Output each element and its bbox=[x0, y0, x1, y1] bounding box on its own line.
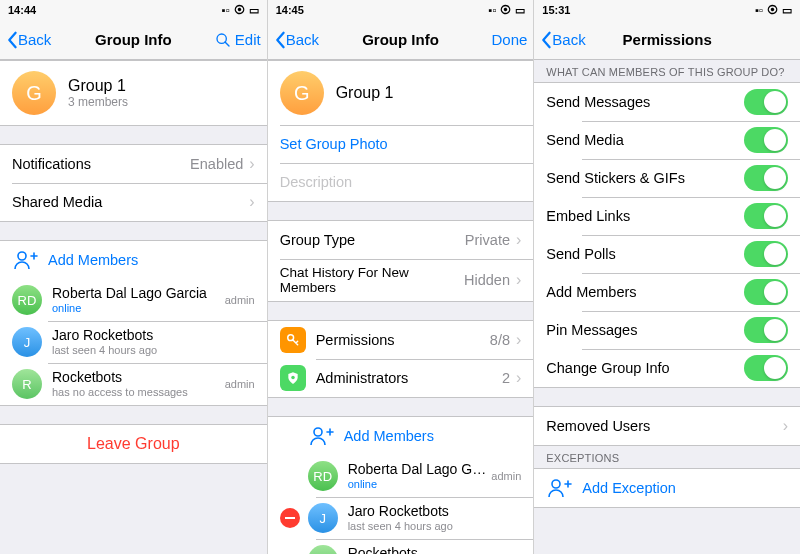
permission-row: Send Messages bbox=[534, 83, 800, 121]
permission-toggle[interactable] bbox=[744, 241, 788, 267]
status-bar: 14:45 ▪▫ ⦿ ▭ bbox=[268, 0, 534, 20]
permission-row: Send Media bbox=[534, 121, 800, 159]
add-members-row[interactable]: Add Members bbox=[0, 241, 267, 279]
back-label: Back bbox=[18, 31, 51, 48]
member-avatar: R bbox=[308, 545, 338, 554]
nav-bar: Back Permissions bbox=[534, 20, 800, 60]
permission-toggle[interactable] bbox=[744, 317, 788, 343]
member-name: Rocketbots bbox=[52, 369, 221, 386]
member-main: Roberta Dal Lago Garciaonline bbox=[52, 285, 221, 315]
status-time: 14:45 bbox=[276, 4, 401, 16]
add-exception-label: Add Exception bbox=[582, 480, 788, 496]
row-label: Group Type bbox=[280, 232, 465, 248]
permission-toggle[interactable] bbox=[744, 279, 788, 305]
permission-label: Pin Messages bbox=[546, 322, 744, 338]
screen-group-info-edit: 14:45 ▪▫ ⦿ ▭ Back Group Info Done G Grou… bbox=[267, 0, 534, 554]
member-main: Roberta Dal Lago Garciaonline bbox=[348, 461, 488, 491]
edit-button[interactable]: Edit bbox=[215, 31, 261, 48]
permission-row: Embed Links bbox=[534, 197, 800, 235]
description-row[interactable]: Description bbox=[268, 163, 534, 201]
group-avatar: G bbox=[280, 71, 324, 115]
member-avatar: RD bbox=[12, 285, 42, 315]
scroll-area[interactable]: G Group 1 3 members Notifications Enable… bbox=[0, 60, 267, 554]
permission-toggle[interactable] bbox=[744, 355, 788, 381]
member-avatar: R bbox=[12, 369, 42, 399]
member-name: Jaro Rocketbots bbox=[348, 503, 522, 520]
member-status: last seen 4 hours ago bbox=[52, 344, 255, 357]
add-members-row[interactable]: Add Members bbox=[268, 417, 534, 455]
row-value: 8/8 bbox=[490, 332, 510, 348]
permission-toggle[interactable] bbox=[744, 165, 788, 191]
nav-bar: Back Group Info Edit bbox=[0, 20, 267, 60]
group-name-input[interactable]: Group 1 bbox=[336, 84, 394, 102]
permission-row: Send Stickers & GIFs bbox=[534, 159, 800, 197]
row-label: Notifications bbox=[12, 156, 190, 172]
add-member-icon bbox=[308, 423, 334, 449]
scroll-area[interactable]: G Group 1 Set Group Photo Description Gr… bbox=[268, 60, 534, 554]
screen-group-info-view: 14:44 ▪▫ ⦿ ▭ Back Group Info Edit G Grou… bbox=[0, 0, 267, 554]
member-avatar: RD bbox=[308, 461, 338, 491]
row-label: Chat History For New Members bbox=[280, 265, 464, 295]
removed-users-row[interactable]: Removed Users › bbox=[534, 407, 800, 445]
member-row[interactable]: RRocketbotshas no access to messagesadmi… bbox=[0, 363, 267, 405]
svg-point-4 bbox=[314, 428, 322, 436]
chevron-left-icon bbox=[540, 31, 552, 49]
member-row[interactable]: RDRoberta Dal Lago Garciaonlineadmin bbox=[0, 279, 267, 321]
row-label: Administrators bbox=[316, 370, 502, 386]
member-role: admin bbox=[225, 378, 255, 390]
member-status: has no access to messages bbox=[52, 386, 221, 399]
signal-icon: ▪▫ bbox=[222, 4, 230, 16]
svg-point-5 bbox=[552, 480, 560, 488]
chat-history-row[interactable]: Chat History For New Members Hidden › bbox=[268, 259, 534, 301]
member-row[interactable]: RDRoberta Dal Lago Garciaonlineadmin bbox=[268, 455, 534, 497]
permission-label: Send Stickers & GIFs bbox=[546, 170, 744, 186]
shared-media-row[interactable]: Shared Media › bbox=[0, 183, 267, 221]
chevron-right-icon: › bbox=[516, 272, 521, 288]
chevron-right-icon: › bbox=[249, 156, 254, 172]
back-button[interactable]: Back bbox=[540, 31, 585, 49]
edit-label: Edit bbox=[235, 31, 261, 48]
chevron-right-icon: › bbox=[249, 194, 254, 210]
scroll-area[interactable]: What can members of this group do? Send … bbox=[534, 60, 800, 554]
set-group-photo-row[interactable]: Set Group Photo bbox=[268, 125, 534, 163]
permission-toggle[interactable] bbox=[744, 203, 788, 229]
permissions-row[interactable]: Permissions 8/8 › bbox=[268, 321, 534, 359]
permission-label: Add Members bbox=[546, 284, 744, 300]
notifications-row[interactable]: Notifications Enabled › bbox=[0, 145, 267, 183]
member-avatar: J bbox=[12, 327, 42, 357]
administrators-row[interactable]: Administrators 2 › bbox=[268, 359, 534, 397]
permission-toggle[interactable] bbox=[744, 127, 788, 153]
permission-label: Change Group Info bbox=[546, 360, 744, 376]
done-button[interactable]: Done bbox=[491, 31, 527, 48]
status-time: 14:44 bbox=[8, 4, 133, 16]
member-row[interactable]: JJaro Rocketbotslast seen 4 hours ago bbox=[0, 321, 267, 363]
member-row[interactable]: RRocketbotshas no access to messagesadmi… bbox=[268, 539, 534, 554]
back-button[interactable]: Back bbox=[6, 31, 51, 49]
battery-icon: ▭ bbox=[249, 4, 259, 17]
chevron-right-icon: › bbox=[783, 418, 788, 434]
remove-icon[interactable] bbox=[280, 508, 300, 528]
member-row[interactable]: JJaro Rocketbotslast seen 4 hours ago bbox=[268, 497, 534, 539]
member-main: Jaro Rocketbotslast seen 4 hours ago bbox=[348, 503, 522, 533]
section-header: What can members of this group do? bbox=[534, 60, 800, 82]
permission-row: Change Group Info bbox=[534, 349, 800, 387]
row-label: Permissions bbox=[316, 332, 490, 348]
row-value: Enabled bbox=[190, 156, 243, 172]
section-header: Exceptions bbox=[534, 446, 800, 468]
chevron-right-icon: › bbox=[516, 332, 521, 348]
add-exception-row[interactable]: Add Exception bbox=[534, 469, 800, 507]
group-type-row[interactable]: Group Type Private › bbox=[268, 221, 534, 259]
member-status: last seen 4 hours ago bbox=[348, 520, 522, 533]
add-member-icon bbox=[12, 247, 38, 273]
add-member-icon bbox=[546, 475, 572, 501]
status-bar: 14:44 ▪▫ ⦿ ▭ bbox=[0, 0, 267, 20]
leave-group-button[interactable]: Leave Group bbox=[0, 425, 267, 463]
back-button[interactable]: Back bbox=[274, 31, 319, 49]
permission-label: Embed Links bbox=[546, 208, 744, 224]
member-status: online bbox=[52, 302, 221, 315]
chevron-left-icon bbox=[6, 31, 18, 49]
svg-point-3 bbox=[291, 376, 295, 380]
member-status: online bbox=[348, 478, 488, 491]
wifi-icon: ⦿ bbox=[500, 4, 511, 16]
permission-toggle[interactable] bbox=[744, 89, 788, 115]
